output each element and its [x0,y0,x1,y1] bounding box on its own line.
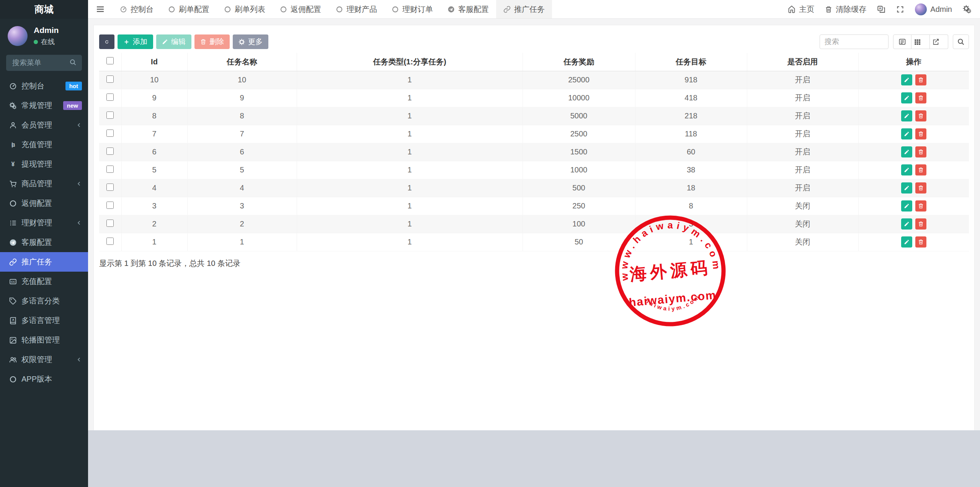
translate-button[interactable]: A [877,5,885,13]
row-delete-button[interactable] [915,74,926,85]
tab-label: 理财订单 [402,4,433,15]
column-header-6[interactable]: 操作 [858,53,969,71]
column-header-0[interactable]: Id [121,53,187,71]
table-row-6: 661150060开启 [99,143,969,161]
row-delete-button[interactable] [915,200,926,212]
row-edit-button[interactable] [901,218,912,230]
refresh-button[interactable] [99,34,114,49]
tab-3[interactable]: 返佣配置 [273,0,328,18]
tab-2[interactable]: 刷单列表 [217,0,273,18]
row-checkbox[interactable] [106,112,114,119]
row-checkbox[interactable] [106,166,114,173]
home-link[interactable]: 主页 [788,4,814,15]
tab-0[interactable]: 控制台 [113,0,161,18]
search-icon[interactable] [69,59,77,66]
row-checkbox[interactable] [106,220,114,227]
row-checkbox[interactable] [106,184,114,191]
trash-icon [825,6,832,13]
tab-5[interactable]: 理财订单 [384,0,440,18]
sidebar-item-14[interactable]: 权限管理 [0,350,88,369]
navbar-user-label: Admin [930,5,952,14]
cell-enabled: 开启 [747,125,858,143]
circle-icon [280,6,287,13]
clear-cache-button[interactable]: 清除缓存 [825,4,866,15]
row-checkbox-cell [99,233,121,251]
sidebar-item-11[interactable]: 多语言分类 [0,291,88,311]
delete-button[interactable]: 删除 [194,34,230,49]
sidebar-item-5[interactable]: 商品管理 [0,174,88,193]
sidebar-item-0[interactable]: 控制台hot [0,76,88,96]
detail-view-button[interactable] [893,34,911,49]
sidebar-item-12[interactable]: A多语言管理 [0,311,88,330]
tab-6[interactable]: 客服配置 [440,0,496,18]
sidebar-item-4[interactable]: ¥提现管理 [0,154,88,174]
row-checkbox[interactable] [106,93,114,101]
tab-label: 刷单列表 [235,4,265,15]
columns-button[interactable] [911,34,930,49]
row-delete-button[interactable] [915,110,926,121]
row-delete-button[interactable] [915,128,926,139]
sidebar-item-15[interactable]: APP版本 [0,369,88,389]
sidebar-item-10[interactable]: CC充值配置 [0,272,88,291]
sidebar-item-1[interactable]: 常规管理new [0,96,88,115]
sidebar-item-label: 轮播图管理 [21,335,60,345]
cell-id: 7 [121,125,187,143]
add-button[interactable]: 添加 [118,34,153,49]
row-edit-button[interactable] [901,164,912,175]
column-header-1[interactable]: 任务名称 [187,53,297,71]
row-delete-button[interactable] [915,92,926,103]
cell-id: 6 [121,143,187,161]
fullscreen-button[interactable] [896,5,904,13]
row-edit-button[interactable] [901,128,912,139]
sidebar-item-7[interactable]: 理财管理 [0,213,88,233]
user-icon [9,121,17,129]
row-edit-button[interactable] [901,110,912,121]
tab-1[interactable]: 刷单配置 [161,0,217,18]
sidebar-item-2[interactable]: 会员管理 [0,115,88,135]
row-checkbox[interactable] [106,75,114,83]
row-delete-button[interactable] [915,146,926,157]
trash-icon [918,167,924,173]
row-edit-button[interactable] [901,200,912,212]
column-header-2[interactable]: 任务类型(1:分享任务) [297,53,523,71]
sidebar-item-8[interactable]: 客服配置 [0,233,88,252]
tab-4[interactable]: 理财产品 [328,0,384,18]
row-delete-button[interactable] [915,236,926,248]
row-checkbox[interactable] [106,148,114,155]
row-edit-button[interactable] [901,236,912,248]
user-panel: Admin 在线 [0,19,88,52]
select-all-checkbox[interactable] [106,57,114,64]
column-header-4[interactable]: 任务目标 [635,53,747,71]
column-header-5[interactable]: 是否启用 [747,53,858,71]
cell-target: 8 [635,197,747,215]
column-header-3[interactable]: 任务奖励 [523,53,635,71]
cell-name: 9 [187,89,297,107]
table-search-input[interactable] [820,34,889,49]
row-edit-button[interactable] [901,182,912,193]
row-delete-button[interactable] [915,182,926,193]
row-edit-button[interactable] [901,74,912,85]
sidebar-item-6[interactable]: 返佣配置 [0,193,88,213]
sidebar-item-3[interactable]: B充值管理 [0,135,88,154]
edit-button[interactable]: 编辑 [156,34,191,49]
tasks-table: Id任务名称任务类型(1:分享任务)任务奖励任务目标是否启用操作 1010125… [99,53,969,251]
row-delete-button[interactable] [915,164,926,175]
export-button[interactable] [930,34,948,49]
sidebar-item-9[interactable]: 推广任务 [0,252,88,272]
row-checkbox[interactable] [106,238,114,245]
edit-label: 编辑 [171,37,186,47]
search-button[interactable] [953,34,969,49]
trash-icon [918,113,924,119]
row-checkbox[interactable] [106,130,114,137]
tab-7[interactable]: 推广任务 [496,0,552,18]
sidebar-toggle-button[interactable] [88,0,113,18]
row-edit-button[interactable] [901,146,912,157]
sidebar-item-13[interactable]: 轮播图管理 [0,330,88,350]
more-button[interactable]: 更多 [233,34,268,49]
settings-button[interactable] [963,5,972,14]
row-edit-button[interactable] [901,92,912,103]
row-delete-button[interactable] [915,218,926,230]
user-menu[interactable]: Admin [915,3,952,15]
row-actions [858,125,969,143]
row-checkbox[interactable] [106,202,114,209]
